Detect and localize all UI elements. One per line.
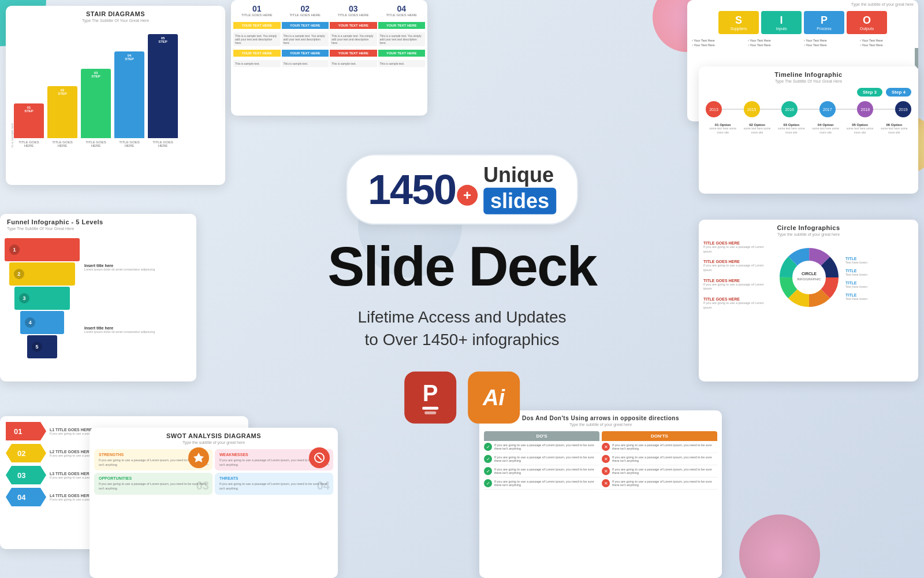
stair-step-1: 01STEP TITLE GOES HERE <box>14 103 44 147</box>
ppt-bar2 <box>424 412 436 414</box>
cell-2-1: This is a sample text. You simply add yo… <box>233 32 281 46</box>
funnel-level-5: 5 <box>27 335 57 358</box>
sipo-col-1: Your Text Here Your Text Here <box>692 39 746 47</box>
dos-header: DO'S <box>484 431 599 441</box>
circle-item-4: TITLE GOES HERE If you are going to use … <box>703 297 773 310</box>
circle-subtitle: Type the subtitle of your great here <box>699 232 918 239</box>
funnel-items: Insert title here Lorem ipsum dolor sit … <box>84 238 192 360</box>
swot-title: SWOT ANALYSIS DIAGRAMS <box>90 428 338 440</box>
slides-text-block: Unique slides <box>483 165 556 214</box>
circle-right-item-2: TITLE Text here lorem <box>845 269 914 276</box>
sipo-col-4: Your Text Here Your Text Here <box>860 39 914 47</box>
step3-label: Step 3 <box>857 88 882 97</box>
dos-grid: DO'S ✓ If you are going to use a passage… <box>479 429 722 494</box>
slides-plus-circle: + <box>457 185 478 206</box>
sipo-col-3: Your Text Here Your Text Here <box>804 39 858 47</box>
step3-footer: TITLE GOES HERE <box>81 140 111 147</box>
timeline-opt-4: 04 Option some text here some more site <box>808 123 843 134</box>
dos-check-4: ✓ <box>484 479 492 487</box>
stair-step-4: 04STEP TITLE GOES HERE <box>114 51 144 147</box>
donts-column: DON'TS ✕ If you are going to use a passa… <box>602 431 717 490</box>
powerpoint-icon: P <box>404 372 456 424</box>
funnel-level-3: 3 <box>14 287 70 310</box>
swot-num-3: 03 <box>196 479 209 492</box>
step2-label: 02STEP <box>58 88 67 95</box>
donts-cross-1: ✕ <box>602 443 610 451</box>
timeline-circle-4: 2017 <box>819 101 836 117</box>
funnel-item-1: Insert title here Lorem ipsum dolor sit … <box>84 264 192 271</box>
donts-row-2: ✕ If you are going to use a passage of L… <box>602 453 717 465</box>
donts-row-1: ✕ If you are going to use a passage of L… <box>602 441 717 453</box>
grid-row-1: YOUR TEXT HERE YOUR TEXT HERE YOUR TEXT … <box>231 21 427 30</box>
step3-label: 03STEP <box>91 71 100 78</box>
timeline-opt-6: 06 Option some text here some more site <box>877 123 911 134</box>
cell-3-3: YOUR TEXT HERE <box>330 50 377 57</box>
funnel-item-2: Insert title here Lorem ipsum dolor sit … <box>84 326 192 334</box>
swot-strengths: STRENGTHS If you are going to use a pass… <box>94 449 213 470</box>
circle-right-item-4: TITLE Text here lorem <box>845 293 914 301</box>
donts-row-4: ✕ If you are going to use a passage of L… <box>602 477 717 490</box>
swot-threats: THREATS If you are going to use a passag… <box>215 473 333 494</box>
stair-subtitle: Type The Subtitle Of Your Great Here <box>6 18 225 25</box>
slides-badge: 1450 + Unique slides <box>346 154 578 225</box>
sipo-boxes: S Suppliers I Inputs P Process O Outputs <box>687 9 918 36</box>
cell-4-3: This is sample text. <box>330 60 377 67</box>
svg-text:CIRCLE: CIRCLE <box>802 272 817 276</box>
timeline-opt-3: 03 Option some text here some more site <box>774 123 808 134</box>
funnel-level-4: 4 <box>20 311 64 334</box>
circle-infographics-card: Circle Infographics Type the subtitle of… <box>699 220 918 381</box>
cell-4-4: This is sample text. <box>378 60 426 67</box>
cell-3-2: YOUR TEXT HERE <box>282 50 329 57</box>
funnel-level-1: 1 <box>5 238 80 261</box>
circle-item-2: TITLE GOES HERE If you are going to use … <box>703 260 773 272</box>
app-icons: P Ai <box>327 372 597 424</box>
grid-row-3: YOUR TEXT HERE YOUR TEXT HERE YOUR TEXT … <box>231 49 427 58</box>
timeline-circle-5: 2018 <box>857 101 873 117</box>
stair-diagrams-card: STAIR DIAGRAMS Type The Subtitle Of Your… <box>6 6 225 185</box>
swot-opportunities-title: OPPORTUNITIES <box>99 476 208 480</box>
slides-number: 1450 <box>368 169 456 210</box>
svg-text:INFOGRAPHIC: INFOGRAPHIC <box>797 277 821 281</box>
cell-4-2: This is sample text. <box>282 60 329 67</box>
col2-header: 02 TITLE GOES HERE <box>282 2 329 18</box>
donts-row-3: ✕ If you are going to use a passage of L… <box>602 465 717 477</box>
timeline-opt-5: 05 Option some text here some more site <box>843 123 877 134</box>
grid-row-2: This is a sample text. You simply add yo… <box>231 31 427 47</box>
timeline-circle-1: 2013 <box>706 101 722 117</box>
circle-labels-left: TITLE GOES HERE If you are going to use … <box>703 241 773 316</box>
funnel-level-2: 2 <box>9 262 75 286</box>
sipo-i-box: I Inputs <box>761 11 802 34</box>
grid-top-header: 01 TITLE GOES HERE 02 TITLE GOES HERE 03… <box>231 0 427 21</box>
dos-column: DO'S ✓ If you are going to use a passage… <box>484 431 599 490</box>
swot-threats-text: If you are going to use a passage of Lor… <box>219 482 329 491</box>
arrow-02: 02 <box>6 444 46 462</box>
swot-num-4: 04 <box>317 479 330 492</box>
dos-check-2: ✓ <box>484 455 492 463</box>
main-title: Slide Deck <box>327 239 597 294</box>
subtitle-line2: to Over 1450+ infographics <box>365 331 560 349</box>
dos-row-2: ✓ If you are going to use a passage of L… <box>484 453 599 465</box>
swot-weaknesses: WEAKNESSES If you are going to use a pas… <box>215 449 333 470</box>
swot-threats-title: THREATS <box>219 476 329 480</box>
circle-right-item-1: TITLE Text here lorem <box>845 257 914 264</box>
col1-header: 01 TITLE GOES HERE <box>233 2 281 18</box>
cell-3-1: YOUR TEXT HERE <box>233 50 281 57</box>
timeline-line-5 <box>873 109 895 110</box>
swot-card: SWOT ANALYSIS DIAGRAMS Type the subtitle… <box>90 428 338 578</box>
stair-title: STAIR DIAGRAMS <box>6 6 225 18</box>
cell-2-2: This is a sample text. You simply add yo… <box>282 32 329 46</box>
swot-subtitle: Type the subtitle of your great here <box>90 440 338 447</box>
circle-right-item-3: TITLE Text here lorem <box>845 281 914 288</box>
sipo-p-box: P Process <box>804 11 844 34</box>
arrow-03: 03 <box>6 466 46 484</box>
timeline-line-2 <box>760 109 782 110</box>
timeline-title: Timeline Infographic <box>699 66 918 79</box>
step1-footer: TITLE GOES HERE <box>14 140 44 147</box>
funnel-subtitle: Type The Subtitle Of Your Great Here <box>0 227 196 233</box>
swot-opportunities-text: If you are going to use a passage of Lor… <box>99 482 208 491</box>
donts-cross-4: ✕ <box>602 479 610 487</box>
grid-top-card: 01 TITLE GOES HERE 02 TITLE GOES HERE 03… <box>231 0 427 116</box>
step5-label: 05STEP <box>158 36 167 43</box>
arrow-04: 04 <box>6 488 46 506</box>
cell-2-4: This is a sample text. You simply add yo… <box>378 32 426 46</box>
